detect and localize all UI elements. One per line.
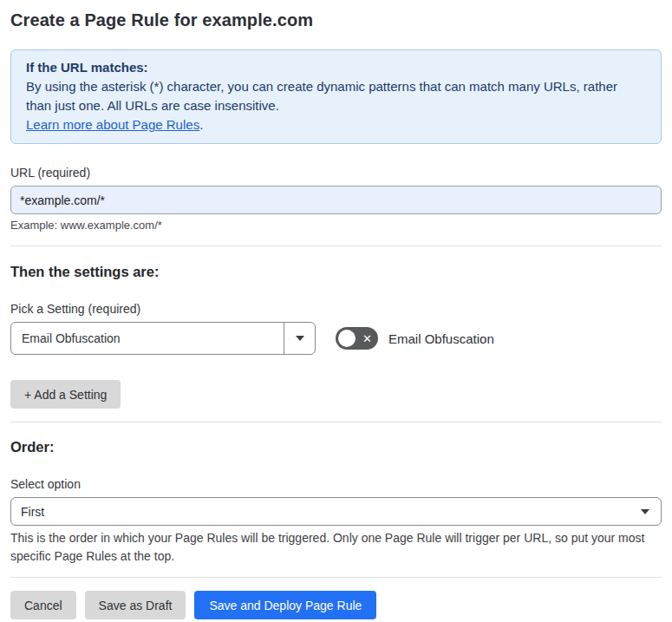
toggle-off-x-icon: ✕ <box>362 327 372 350</box>
email-obfuscation-toggle-group: ✕ Email Obfuscation <box>336 327 494 350</box>
url-match-info-box: If the URL matches: By using the asteris… <box>10 49 662 144</box>
setting-select-value: Email Obfuscation <box>11 323 284 354</box>
add-setting-button[interactable]: + Add a Setting <box>10 380 121 409</box>
setting-select-arrow-button[interactable] <box>284 323 315 354</box>
toggle-knob <box>338 330 356 347</box>
section-divider <box>10 246 662 246</box>
save-and-deploy-button[interactable]: Save and Deploy Page Rule <box>194 591 376 619</box>
cancel-button[interactable]: Cancel <box>10 591 76 619</box>
learn-more-link[interactable]: Learn more about Page Rules <box>26 117 199 132</box>
link-period: . <box>199 117 203 132</box>
setting-select[interactable]: Email Obfuscation <box>10 322 316 355</box>
save-as-draft-button[interactable]: Save as Draft <box>85 591 186 619</box>
url-example-helper: Example: www.example.com/* <box>10 219 662 232</box>
url-input[interactable] <box>10 186 662 214</box>
footer-divider <box>10 577 662 578</box>
setting-row: Email Obfuscation ✕ Email Obfuscation <box>10 322 662 355</box>
email-obfuscation-toggle[interactable]: ✕ <box>336 327 378 350</box>
pick-setting-label: Pick a Setting (required) <box>10 302 662 317</box>
section-divider <box>10 422 662 422</box>
order-section-heading: Order: <box>10 439 662 455</box>
chevron-down-icon <box>296 336 304 341</box>
toggle-label: Email Obfuscation <box>388 331 494 346</box>
order-helper-text: This is the order in which your Page Rul… <box>10 529 662 566</box>
order-select-value: First <box>21 505 44 519</box>
page-title: Create a Page Rule for example.com <box>10 9 662 31</box>
select-option-label: Select option <box>10 477 662 492</box>
info-box-body: By using the asterisk (*) character, you… <box>26 77 646 115</box>
create-page-rule-form: Create a Page Rule for example.com If th… <box>0 9 672 619</box>
settings-section-heading: Then the settings are: <box>10 264 662 280</box>
footer-actions: Cancel Save as Draft Save and Deploy Pag… <box>10 591 662 619</box>
info-box-link-line: Learn more about Page Rules. <box>26 115 646 134</box>
info-box-heading: If the URL matches: <box>26 58 646 77</box>
url-label: URL (required) <box>10 166 662 180</box>
chevron-down-icon <box>641 509 649 514</box>
order-select[interactable]: First <box>10 497 662 526</box>
